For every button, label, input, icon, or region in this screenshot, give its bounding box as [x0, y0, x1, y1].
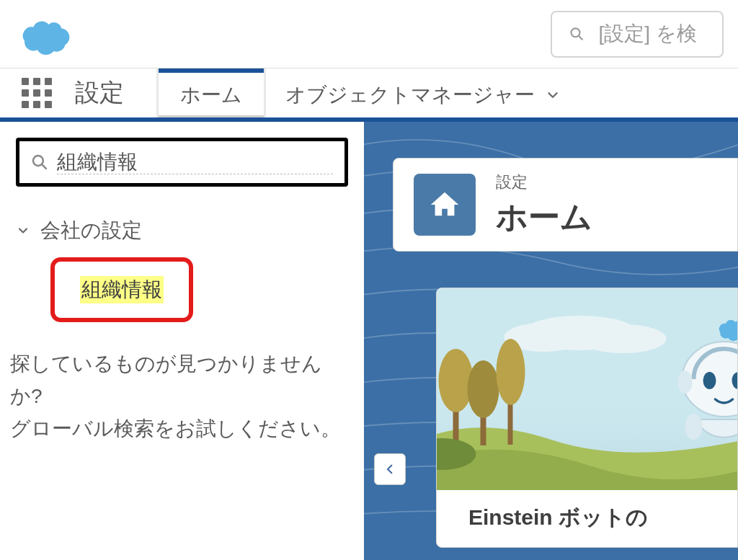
svg-point-10 [468, 360, 499, 418]
global-search-input[interactable] [598, 22, 705, 45]
help-line: 探しているものが見つかりませんか? [10, 348, 348, 413]
svg-point-12 [497, 339, 525, 405]
svg-point-18 [703, 372, 716, 389]
page-subtitle: 設定 [496, 172, 592, 193]
svg-line-3 [42, 164, 45, 168]
home-icon [428, 188, 461, 221]
svg-point-20 [685, 414, 703, 440]
svg-point-8 [439, 349, 474, 412]
chevron-down-icon [545, 87, 561, 103]
tab-label: オブジェクトマネージャー [285, 81, 535, 109]
nav-bar: 設定 ホーム オブジェクトマネージャー [0, 68, 738, 122]
sidebar-collapse-button[interactable] [374, 453, 406, 485]
einstein-illustration [437, 288, 737, 490]
chevron-down-icon[interactable] [16, 223, 30, 238]
setup-sidebar: 会社の設定 組織情報 探しているものが見つかりませんか? グローバル検索をお試し… [0, 122, 364, 560]
svg-line-1 [579, 36, 582, 40]
nav-title: 設定 [75, 76, 124, 110]
svg-point-6 [580, 324, 667, 353]
app-launcher-icon[interactable] [22, 78, 52, 108]
tree-item-company-information[interactable]: 組織情報 [50, 257, 193, 322]
tab-home[interactable]: ホーム [159, 68, 264, 117]
page-header-card: 設定 ホーム [393, 158, 738, 252]
quick-find-help-text: 探しているものが見つかりませんか? グローバル検索をお試しください。 [10, 348, 348, 445]
page-title: ホーム [496, 196, 592, 239]
tab-label: ホーム [180, 81, 242, 109]
main-content: 設定 ホーム [364, 122, 738, 560]
search-icon [569, 25, 584, 43]
help-line: グローバル検索をお試しください。 [10, 413, 348, 445]
cloud-icon [14, 14, 78, 56]
tree-section-company-settings[interactable]: 会社の設定 [16, 217, 348, 244]
tree-section-label: 会社の設定 [40, 217, 142, 244]
einstein-promo-card[interactable]: Einstein ボットの [436, 288, 738, 548]
landscape-svg [437, 288, 737, 490]
quick-find-input[interactable] [57, 151, 333, 174]
tab-object-manager[interactable]: オブジェクトマネージャー [264, 68, 582, 117]
svg-point-16 [678, 370, 693, 394]
search-icon [31, 153, 48, 172]
promo-title: Einstein ボットの [437, 490, 737, 547]
salesforce-logo[interactable] [14, 14, 78, 56]
global-header [0, 0, 738, 68]
page-icon-badge [414, 174, 476, 236]
tree-item-label: 組織情報 [80, 276, 164, 303]
global-search[interactable] [551, 11, 724, 58]
setup-quick-find[interactable] [16, 138, 348, 187]
chevron-left-icon [383, 463, 396, 476]
